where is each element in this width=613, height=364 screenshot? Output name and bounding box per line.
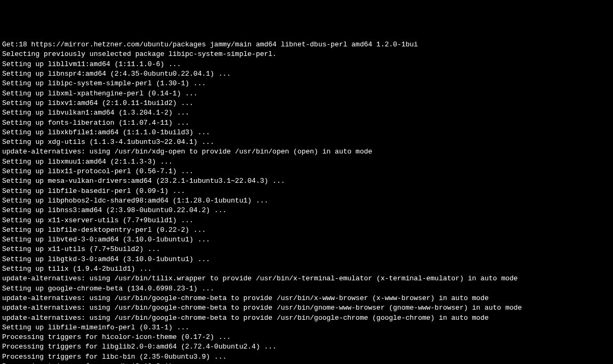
terminal-line: Processing triggers for libglib2.0-0:amd…: [2, 342, 611, 352]
terminal-line: Setting up libfile-basedir-perl (0.09-1)…: [2, 187, 611, 196]
terminal-line: Setting up libxmuu1:amd64 (2:1.1.3-3) ..…: [2, 157, 611, 167]
terminal-line: Setting up x11-xserver-utils (7.7+9build…: [2, 216, 611, 225]
terminal-line: update-alternatives: using /usr/bin/goog…: [2, 303, 611, 313]
terminal-line: Setting up libnss3:amd64 (2:3.98-0ubuntu…: [2, 206, 611, 215]
terminal-line: update-alternatives: using /usr/bin/goog…: [2, 294, 611, 303]
terminal-line: Processing triggers for libc-bin (2.35-0…: [2, 352, 611, 362]
terminal-line: Setting up libvulkan1:amd64 (1.3.204.1-2…: [2, 108, 611, 118]
terminal-line: Setting up xdg-utils (1.1.3-4.1ubuntu3~2…: [2, 137, 611, 147]
terminal-line: Setting up libx11-protocol-perl (0.56-7.…: [2, 167, 611, 176]
terminal-line: Setting up libipc-system-simple-perl (1.…: [2, 79, 611, 88]
terminal-line: Setting up libllvm11:amd64 (1:11.1.0-6) …: [2, 60, 611, 69]
terminal-line: Setting up libnspr4:amd64 (2:4.35-0ubunt…: [2, 69, 611, 79]
terminal-line: Processing triggers for man-db (2.10.2-1…: [2, 362, 611, 364]
terminal-line: Setting up libgtkd-3-0:amd64 (3.10.0-1ub…: [2, 255, 611, 264]
terminal-line: Setting up libvted-3-0:amd64 (3.10.0-1ub…: [2, 235, 611, 245]
terminal-line: Setting up libphobos2-ldc-shared98:amd64…: [2, 196, 611, 206]
terminal-line: Setting up libxkbfile1:amd64 (1:1.1.0-1b…: [2, 128, 611, 137]
terminal-line: update-alternatives: using /usr/bin/goog…: [2, 313, 611, 323]
terminal-line: Setting up libxv1:amd64 (2:1.0.11-1build…: [2, 99, 611, 108]
terminal-line: Setting up google-chrome-beta (134.0.699…: [2, 284, 611, 294]
terminal-line: update-alternatives: using /usr/bin/tili…: [2, 274, 611, 284]
terminal-output[interactable]: Get:18 https://mirror.hetzner.com/ubuntu…: [2, 40, 611, 364]
terminal-line: Get:18 https://mirror.hetzner.com/ubuntu…: [2, 40, 611, 50]
terminal-line: Processing triggers for hicolor-icon-the…: [2, 333, 611, 342]
terminal-line: Setting up libxml-xpathengine-perl (0.14…: [2, 89, 611, 99]
terminal-line: Setting up mesa-vulkan-drivers:amd64 (23…: [2, 176, 611, 186]
terminal-line: Selecting previously unselected package …: [2, 50, 611, 59]
terminal-line: update-alternatives: using /usr/bin/xdg-…: [2, 147, 611, 157]
terminal-line: Setting up fonts-liberation (1:1.07.4-11…: [2, 118, 611, 128]
terminal-line: Setting up x11-utils (7.7+5build2) ...: [2, 245, 611, 254]
terminal-line: Setting up libfile-mimeinfo-perl (0.31-1…: [2, 323, 611, 333]
terminal-line: Setting up libfile-desktopentry-perl (0.…: [2, 225, 611, 235]
terminal-line: Setting up tilix (1.9.4-2build1) ...: [2, 264, 611, 274]
